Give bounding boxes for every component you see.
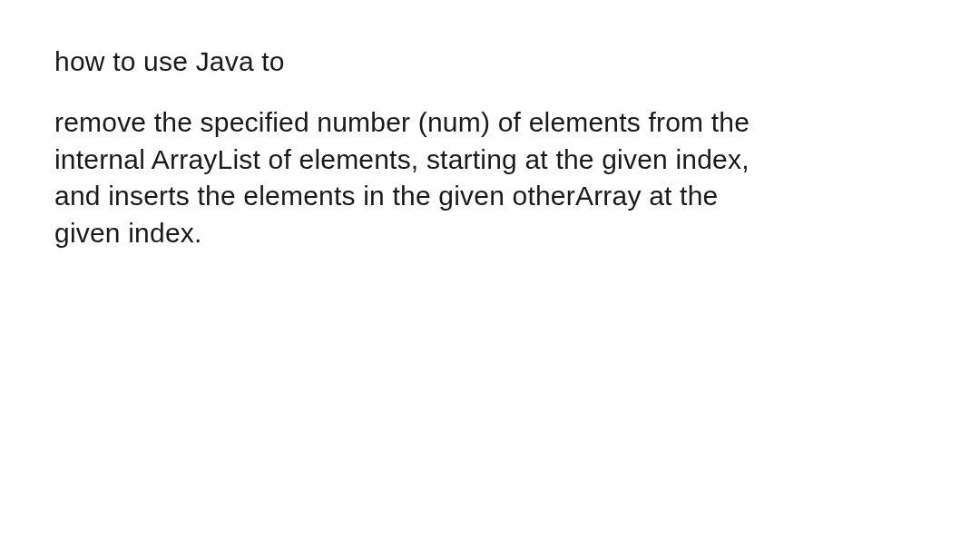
document-content: how to use Java to remove the specified … [54,44,780,251]
body-paragraph: remove the specified number (num) of ele… [54,104,780,251]
intro-line: how to use Java to [54,44,780,79]
